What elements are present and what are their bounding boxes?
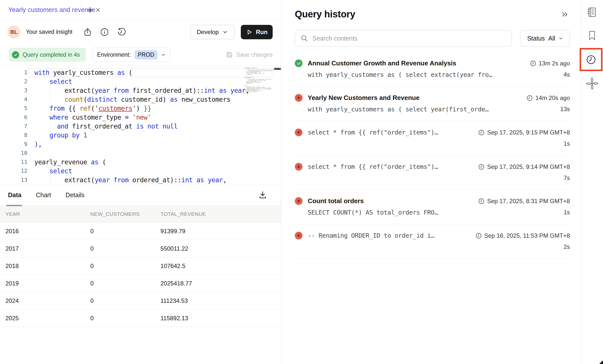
history-item-title: Annual Customer Growth and Revenue Analy… [308,59,525,67]
history-item-title: select * from {{ ref("order_items")… [308,163,473,170]
code-text: from {{ ref('customers') }} [34,104,151,113]
code-line: 3 extract(year from first_ordered_at)::i… [0,86,281,95]
rail-bookmark-button[interactable] [581,30,603,41]
query-history-title: Query history [295,9,355,20]
code-text: select [34,167,72,176]
tab-yearly-customers-and-revenue[interactable]: Yearly customers and revenue [0,0,80,20]
collapse-panel-button[interactable] [560,9,570,19]
code-line: 2 select [0,77,281,86]
clock-icon [475,232,482,239]
share-icon [83,28,92,37]
code-line: 7 and first_ordered_at is not null [0,122,281,131]
tab-title: Yearly customers and revenue [8,6,95,14]
version-history-button[interactable] [117,27,126,37]
history-item[interactable]: Count total orders Sep 17, 2025, 8:31 PM… [295,190,570,224]
tab-details[interactable]: Details [65,191,84,199]
cell-total-revenue: 2025418.77 [155,280,281,287]
search-box[interactable] [295,30,512,46]
rail-explore-button[interactable] [581,78,603,90]
status-filter-value: All [548,35,555,42]
history-item[interactable]: select * from {{ ref("order_items")… Sep… [295,155,570,190]
cell-new-customers: 0 [85,263,155,270]
history-item-duration: 13s [560,106,570,113]
clock-icon [530,60,536,67]
bookmark-icon [586,30,598,41]
code-text: where customer_type = 'new' [34,113,151,122]
save-changes-button[interactable]: Save changes [226,51,273,58]
tab-chart[interactable]: Chart [36,191,51,199]
code-line: 6 where customer_type = 'new' [0,113,281,122]
results-panel: Data Chart Details YEAR NEW_CUSTOMERS TO… [0,184,281,364]
tab-data[interactable]: Data [8,191,21,199]
code-text: extract(year from first_ordered_at)::int… [34,86,249,95]
history-item[interactable]: select * from {{ ref("order_items")… Sep… [295,121,570,155]
code-line: 4 count(distinct customer_id) as new_cus… [0,95,281,104]
environment-label: Environment: [97,51,131,58]
cell-new-customers: 0 [85,297,155,304]
active-panel-highlight [580,48,603,71]
history-item[interactable]: -- Renaming ORDER_ID to order_id i… Sep … [295,224,570,259]
code-line: 8 group by 1 [0,131,281,140]
rail-notebook-button[interactable] [581,6,603,18]
develop-label: Develop [197,29,219,36]
rail-divider [581,22,603,22]
clock-icon [478,198,485,204]
app-window: Yearly customers and revenue BL Your sav… [0,0,603,364]
cell-year: 2025 [0,315,85,322]
history-item-timestamp: 13m 2s ago [539,60,570,67]
search-input[interactable] [312,35,506,42]
editor-minimap[interactable]: with yearly_customers as ( select extrac… [244,68,275,93]
code-line: 10 [0,149,281,158]
editor-scrollbar[interactable] [274,68,281,70]
cell-total-revenue: 91399.79 [155,228,281,235]
code-line: 11yearly_revenue as ( [0,158,281,167]
line-number: 6 [0,113,27,122]
clock-icon [526,95,533,101]
line-number: 13 [0,176,27,184]
code-line: 9), [0,140,281,149]
check-icon [12,51,19,58]
history-item[interactable]: Annual Customer Growth and Revenue Analy… [295,52,570,87]
cell-total-revenue: 111234.53 [155,297,281,304]
develop-dropdown[interactable]: Develop [190,25,234,39]
table-row: 2024 0 111234.53 [0,292,281,310]
code-line: 12 select [0,167,281,176]
status-filter-dropdown[interactable]: Status All [520,30,570,46]
line-number: 10 [0,149,27,158]
cell-year: 2017 [0,245,85,252]
chevron-down-icon [161,53,165,57]
environment-select[interactable]: Environment: PROD [92,47,170,62]
success-status-icon [295,59,302,67]
line-number: 4 [0,95,27,104]
cell-total-revenue: 115892.13 [155,315,281,322]
window-resize-grip[interactable] [599,360,603,364]
tab-divider [80,0,80,20]
saved-insight-label: Your saved insight [26,29,72,35]
clock-icon [585,54,597,66]
query-status-badge: Query completed in 4s [9,48,86,62]
sql-editor[interactable]: 1with yearly_customers as ( 2 select 3 e… [0,66,281,184]
error-status-icon [295,163,302,171]
tab-close-icon[interactable] [95,7,101,13]
table-row: 2018 0 107642.5 [0,257,281,275]
history-item-snippet: with yearly_customers as ( select year(f… [308,106,560,113]
active-tab-indicator [6,205,22,206]
info-button[interactable] [100,27,109,37]
history-item-title: select * from {{ ref("order_items")… [308,129,473,136]
share-button[interactable] [83,27,92,37]
query-editor-panel: Yearly customers and revenue BL Your sav… [0,0,281,364]
cell-year: 2019 [0,280,85,287]
code-text: extract(year from ordered_at)::int as ye… [34,176,227,184]
error-status-icon [295,129,302,136]
query-status-text: Query completed in 4s [23,51,80,58]
clock-icon [478,129,485,136]
run-button[interactable]: Run [241,25,273,39]
history-item[interactable]: Yearly New Customers and Revenue 14m 20s… [295,87,570,121]
table-row: 2017 0 550011.22 [0,240,281,257]
table-row: 2019 0 2025418.77 [0,275,281,292]
rail-query-history-button[interactable] [581,54,601,66]
new-tab-button[interactable] [86,6,94,14]
table-row: 2025 0 115892.13 [0,310,281,327]
play-icon [246,29,252,35]
download-button[interactable] [257,190,268,200]
